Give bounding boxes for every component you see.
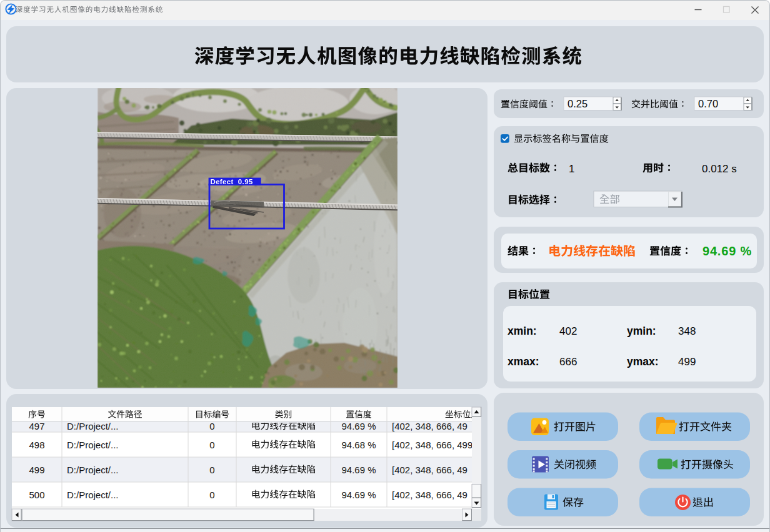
svg-text:0: 0: [209, 490, 214, 500]
svg-text:94.69 %: 94.69 %: [702, 244, 752, 258]
svg-text:0.25: 0.25: [568, 98, 588, 109]
svg-text:xmax:: xmax:: [508, 355, 539, 368]
svg-text:0: 0: [209, 465, 214, 475]
svg-text:1: 1: [569, 163, 574, 175]
svg-text:499: 499: [29, 465, 44, 475]
svg-text:Defect 0.95: Defect 0.95: [211, 178, 253, 185]
svg-text:666: 666: [559, 356, 577, 368]
svg-text:0.012 s: 0.012 s: [702, 163, 737, 175]
svg-text:[402, 348, 666, 49: [402, 348, 666, 49: [392, 490, 468, 500]
svg-text:94.68 %: 94.68 %: [341, 440, 376, 450]
svg-text:[402, 348, 666, 49: [402, 348, 666, 49: [392, 465, 468, 475]
svg-text:D:/Project/...: D:/Project/...: [67, 440, 119, 450]
svg-text:499: 499: [678, 356, 696, 368]
svg-text:500: 500: [29, 490, 44, 500]
svg-text:0.70: 0.70: [698, 98, 718, 109]
svg-text:D:/Project/...: D:/Project/...: [67, 490, 119, 500]
svg-text:D:/Project/...: D:/Project/...: [67, 465, 119, 475]
svg-text:402: 402: [559, 325, 577, 337]
svg-text:348: 348: [678, 325, 696, 337]
svg-text:94.69 %: 94.69 %: [341, 465, 376, 475]
svg-text:498: 498: [29, 440, 44, 450]
svg-text:ymax:: ymax:: [627, 355, 659, 368]
svg-text:94.69 %: 94.69 %: [341, 490, 376, 500]
svg-text:[402, 348, 666, 499: [402, 348, 666, 499: [392, 440, 472, 450]
svg-text:ymin:: ymin:: [627, 325, 656, 337]
svg-text:0: 0: [209, 440, 214, 450]
svg-text:xmin:: xmin:: [508, 325, 537, 337]
